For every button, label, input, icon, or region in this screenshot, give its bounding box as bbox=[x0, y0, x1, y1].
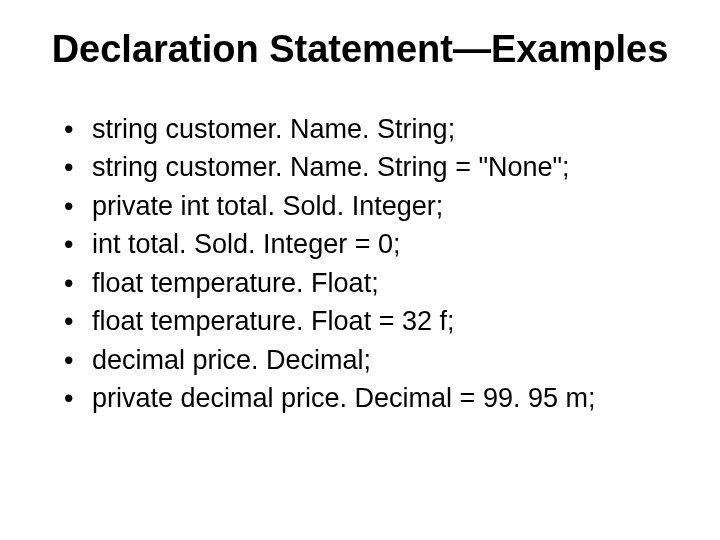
list-item: string customer. Name. String = "None"; bbox=[64, 149, 684, 185]
examples-list: string customer. Name. String; string cu… bbox=[64, 111, 684, 417]
list-item: private int total. Sold. Integer; bbox=[64, 188, 684, 224]
page-title: Declaration Statement—Examples bbox=[36, 28, 684, 71]
content-area: string customer. Name. String; string cu… bbox=[36, 111, 684, 417]
list-item: decimal price. Decimal; bbox=[64, 342, 684, 378]
list-item: float temperature. Float = 32 f; bbox=[64, 303, 684, 339]
list-item: private decimal price. Decimal = 99. 95 … bbox=[64, 380, 684, 416]
slide: Declaration Statement—Examples string cu… bbox=[0, 0, 720, 540]
list-item: float temperature. Float; bbox=[64, 265, 684, 301]
list-item: string customer. Name. String; bbox=[64, 111, 684, 147]
list-item: int total. Sold. Integer = 0; bbox=[64, 226, 684, 262]
